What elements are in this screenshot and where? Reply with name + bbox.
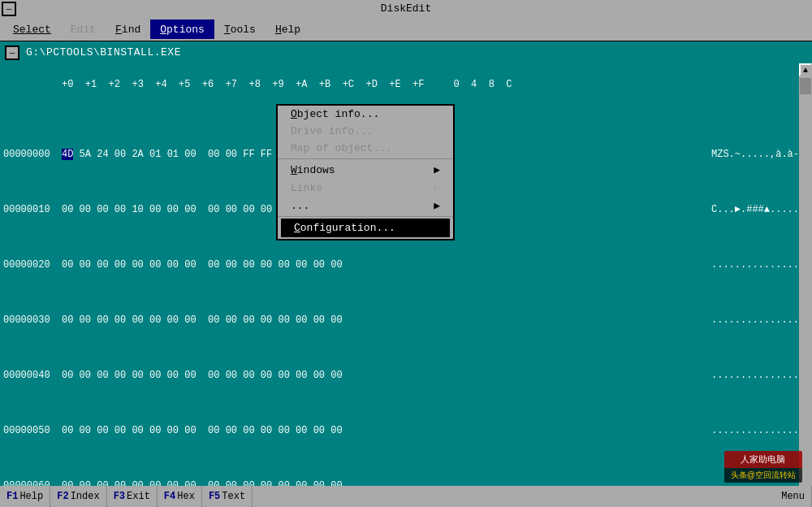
menu-label: Menu bbox=[781, 491, 805, 502]
fkey-f1-label: Help bbox=[19, 491, 43, 502]
file-path: G:\PCTOOLS\BINSTALL.EXE bbox=[26, 46, 181, 58]
status-bar: F1 Help F2 Index F3 Exit F4 Hex F5 Text … bbox=[0, 486, 812, 507]
menu-help[interactable]: Help bbox=[266, 20, 310, 39]
fkey-f4: F4 bbox=[164, 491, 175, 502]
menu-tools[interactable]: Tools bbox=[214, 20, 266, 39]
status-f2-index[interactable]: F2 Index bbox=[50, 486, 106, 507]
menu-bar: Select Edit Find Options Tools Help bbox=[0, 18, 812, 41]
fkey-f1: F1 bbox=[6, 491, 18, 502]
status-f3-exit[interactable]: F3 Exit bbox=[107, 486, 158, 507]
fkey-f3: F3 bbox=[114, 491, 125, 502]
scrollbar-thumb[interactable] bbox=[800, 78, 811, 94]
menu-item-configuration[interactable]: Configuration... bbox=[281, 219, 450, 237]
column-header: +0 +1 +2 +3 +4 +5 +6 +7 +8 +9 +A +B +C +… bbox=[0, 63, 812, 93]
status-f1-help[interactable]: F1 Help bbox=[0, 486, 50, 507]
fkey-f2-label: Index bbox=[71, 491, 100, 502]
fkey-f3-label: Exit bbox=[127, 491, 150, 502]
watermark: 人家助电脑 头条@空回流转站 bbox=[724, 451, 802, 483]
app-title: DiskEdit bbox=[381, 0, 431, 18]
options-menu: Object info... Drive info... Map of obje… bbox=[276, 104, 455, 240]
menu-find[interactable]: Find bbox=[106, 20, 150, 39]
menu-item-windows[interactable]: Windows ▶ bbox=[278, 161, 453, 179]
watermark-line1: 人家助电脑 bbox=[724, 451, 802, 468]
path-bar: — G:\PCTOOLS\BINSTALL.EXE Offset 0 Hex 0 bbox=[0, 41, 812, 63]
menu-item-map-of-object: Map of object... bbox=[278, 140, 453, 157]
status-f5-text[interactable]: F5 Text bbox=[202, 486, 253, 507]
menu-divider-2 bbox=[278, 216, 453, 217]
main-area: +0 +1 +2 +3 +4 +5 +6 +7 +8 +9 +A +B +C +… bbox=[0, 63, 812, 486]
fkey-f5-label: Text bbox=[222, 491, 245, 502]
menu-item-object-info[interactable]: Object info... bbox=[278, 106, 453, 123]
highlighted-byte: 4D bbox=[62, 149, 73, 160]
table-row: 00000020 00 00 00 00 00 00 00 00 00 00 0… bbox=[3, 258, 809, 272]
title-bar: — DiskEdit bbox=[0, 0, 812, 18]
fkey-f4-label: Hex bbox=[177, 491, 195, 502]
menu-divider-1 bbox=[278, 158, 453, 159]
menu-select[interactable]: Select bbox=[3, 20, 61, 39]
menu-edit[interactable]: Edit bbox=[61, 20, 106, 39]
menu-options[interactable]: Options bbox=[150, 20, 214, 39]
status-f4-hex[interactable]: F4 Hex bbox=[158, 486, 202, 507]
fkey-f5: F5 bbox=[209, 491, 220, 502]
table-row: 00000040 00 00 00 00 00 00 00 00 00 00 0… bbox=[3, 369, 809, 383]
table-row: 00000060 00 00 00 00 00 00 00 00 00 00 0… bbox=[3, 479, 809, 486]
path-bar-close[interactable]: — bbox=[5, 46, 19, 60]
menu-item-drive-info: Drive info... bbox=[278, 123, 453, 140]
fkey-f2: F2 bbox=[57, 491, 68, 502]
scrollbar-up-button[interactable]: ▲ bbox=[799, 63, 812, 76]
table-row: 00000030 00 00 00 00 00 00 00 00 00 00 0… bbox=[3, 314, 809, 327]
title-bar-close-button[interactable]: — bbox=[2, 2, 16, 16]
menu-item-dots[interactable]: ... ▶ bbox=[278, 197, 453, 214]
table-row: 00000050 00 00 00 00 00 00 00 00 00 00 0… bbox=[3, 424, 809, 438]
status-menu-label: Menu bbox=[775, 486, 812, 507]
menu-item-links: Links ▷ bbox=[278, 179, 453, 197]
scrollbar[interactable]: ▲ bbox=[799, 63, 812, 486]
watermark-line2: 头条@空回流转站 bbox=[724, 468, 802, 483]
